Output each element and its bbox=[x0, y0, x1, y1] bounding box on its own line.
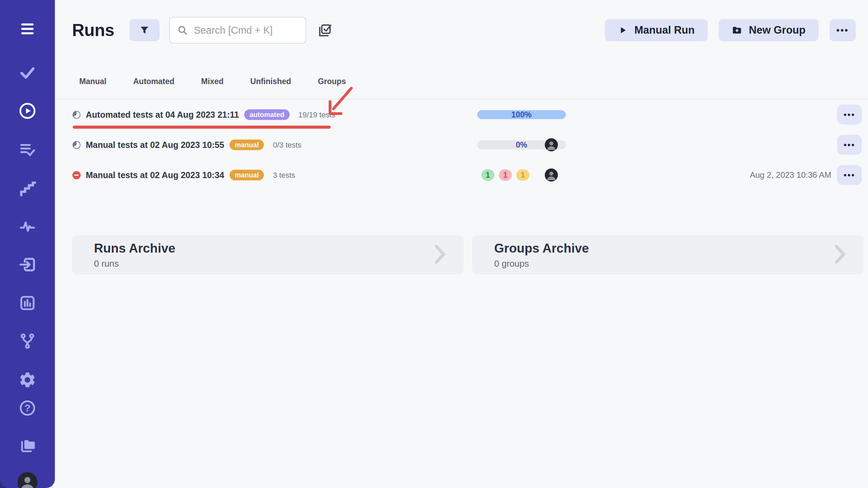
pulse-icon[interactable] bbox=[18, 217, 37, 236]
page-header: Runs Manual Run bbox=[72, 16, 856, 44]
page-title: Runs bbox=[72, 20, 114, 40]
tab-groups[interactable]: Groups bbox=[318, 77, 346, 86]
run-tests-count: 0/3 tests bbox=[273, 140, 301, 149]
search-icon bbox=[177, 24, 188, 36]
groups-archive-title: Groups Archive bbox=[494, 241, 845, 256]
run-tests-count: 19/19 tests bbox=[298, 110, 336, 119]
result-count-passed: 1 bbox=[481, 170, 494, 181]
filter-icon bbox=[139, 24, 150, 36]
run-title: Manual tests at 02 Aug 2023 10:34 bbox=[86, 170, 224, 180]
run-progress-bar: 100% bbox=[477, 110, 566, 119]
run-title: Automated tests at 04 Aug 2023 21:11 bbox=[86, 110, 239, 120]
run-type-badge: manual bbox=[230, 140, 264, 150]
filter-button[interactable] bbox=[129, 19, 160, 41]
user-avatar[interactable] bbox=[17, 472, 37, 488]
runs-archive-count: 0 runs bbox=[94, 258, 444, 269]
groups-archive-card[interactable]: Groups Archive 0 groups bbox=[472, 235, 864, 275]
main-content: Runs Manual Run bbox=[55, 0, 868, 488]
new-group-button[interactable]: New Group bbox=[719, 19, 819, 41]
runs-archive-title: Runs Archive bbox=[94, 241, 444, 256]
tab-manual[interactable]: Manual bbox=[79, 77, 106, 86]
progress-label: 100% bbox=[477, 110, 566, 119]
tab-mixed[interactable]: Mixed bbox=[201, 77, 223, 86]
svg-text:?: ? bbox=[24, 403, 31, 414]
branch-icon[interactable] bbox=[18, 332, 37, 350]
settings-icon[interactable] bbox=[18, 371, 37, 389]
chevron-right-icon bbox=[835, 244, 846, 266]
help-icon[interactable]: ? bbox=[18, 399, 37, 417]
play-icon bbox=[618, 25, 627, 35]
bulk-select-button[interactable] bbox=[316, 22, 332, 38]
check-icon[interactable] bbox=[18, 63, 37, 82]
folder-plus-icon bbox=[732, 25, 742, 35]
import-icon[interactable] bbox=[18, 255, 37, 274]
result-count-skipped: 1 bbox=[516, 170, 529, 181]
run-stopped-icon bbox=[72, 171, 81, 179]
run-progress-pie-icon bbox=[72, 110, 81, 119]
header-more-button[interactable]: ••• bbox=[830, 19, 856, 41]
bar-chart-icon[interactable] bbox=[18, 294, 37, 312]
run-more-button[interactable]: ••• bbox=[837, 105, 862, 125]
tab-automated[interactable]: Automated bbox=[133, 77, 174, 86]
search-input[interactable] bbox=[194, 25, 323, 36]
run-row-automated[interactable]: Automated tests at 04 Aug 2023 21:11 aut… bbox=[72, 100, 868, 130]
result-count-failed: 1 bbox=[499, 170, 512, 181]
run-row-manual-1055[interactable]: Manual tests at 02 Aug 2023 10:55 manual… bbox=[72, 130, 868, 160]
folders-icon[interactable] bbox=[18, 436, 37, 454]
run-main: Manual tests at 02 Aug 2023 10:34 manual… bbox=[72, 170, 295, 181]
assignee-avatar bbox=[545, 138, 558, 151]
chevron-right-icon bbox=[435, 244, 446, 266]
tab-unfinished[interactable]: Unfinished bbox=[250, 77, 291, 86]
runs-archive-card[interactable]: Runs Archive 0 runs bbox=[72, 235, 464, 275]
manual-run-button[interactable]: Manual Run bbox=[605, 19, 708, 41]
run-type-badge: automated bbox=[244, 109, 289, 120]
runs-list: Automated tests at 04 Aug 2023 21:11 aut… bbox=[72, 100, 868, 190]
run-more-button[interactable]: ••• bbox=[837, 165, 862, 185]
run-tests-count: 3 tests bbox=[273, 171, 295, 179]
menu-icon[interactable] bbox=[18, 20, 37, 38]
bulk-select-icon bbox=[316, 22, 332, 38]
search-box bbox=[169, 17, 306, 44]
run-main: Manual tests at 02 Aug 2023 10:55 manual… bbox=[72, 140, 302, 150]
play-circle-icon[interactable] bbox=[18, 102, 37, 120]
run-title: Manual tests at 02 Aug 2023 10:55 bbox=[86, 140, 224, 150]
groups-archive-count: 0 groups bbox=[494, 258, 845, 269]
run-results: 1 1 1 bbox=[481, 170, 529, 181]
manual-run-label: Manual Run bbox=[634, 24, 695, 36]
run-main: Automated tests at 04 Aug 2023 21:11 aut… bbox=[72, 109, 335, 120]
list-check-icon[interactable] bbox=[18, 140, 37, 159]
tabs: Manual Automated Mixed Unfinished Groups bbox=[72, 77, 868, 86]
run-row-manual-1034[interactable]: Manual tests at 02 Aug 2023 10:34 manual… bbox=[72, 160, 868, 190]
run-type-badge: manual bbox=[230, 170, 264, 181]
run-completed-date: Aug 2, 2023 10:36 AM bbox=[750, 170, 831, 180]
run-more-button[interactable]: ••• bbox=[837, 135, 862, 155]
sidebar: ? bbox=[0, 0, 55, 488]
header-actions: Manual Run New Group ••• bbox=[605, 19, 856, 41]
run-progress-pie-icon bbox=[72, 140, 81, 149]
steps-icon[interactable] bbox=[18, 179, 37, 198]
new-group-label: New Group bbox=[749, 24, 806, 36]
assignee-avatar bbox=[545, 169, 558, 182]
archives: Runs Archive 0 runs Groups Archive 0 gro… bbox=[72, 235, 864, 275]
